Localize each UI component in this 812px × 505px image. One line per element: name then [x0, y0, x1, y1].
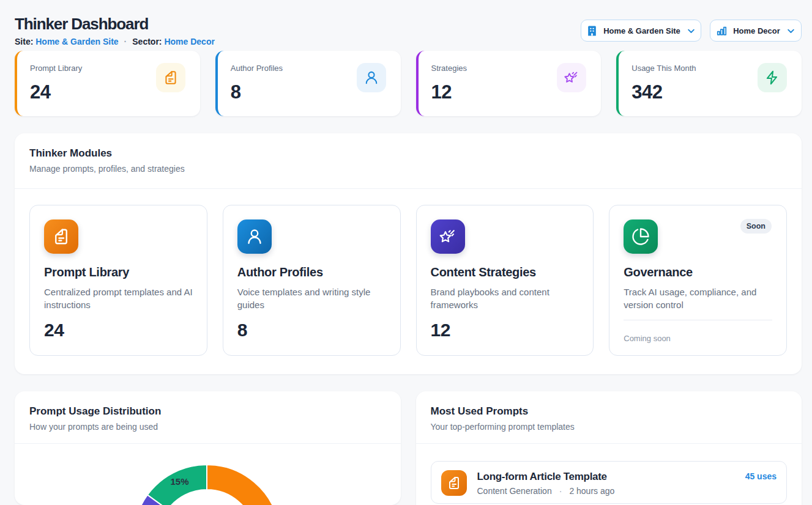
svg-text:15%: 15% [170, 476, 188, 487]
